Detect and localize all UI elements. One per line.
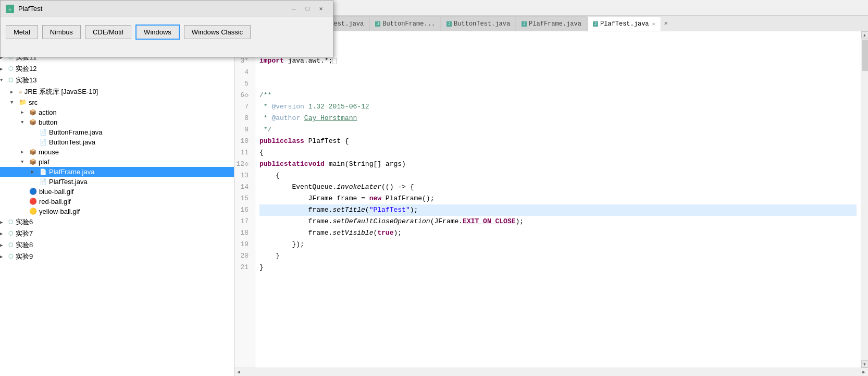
tree-item-exp6[interactable]: ▶ ⬡ 实验6 xyxy=(0,216,234,228)
line-num-11: 11 xyxy=(234,147,252,159)
tab-file-icon: J xyxy=(593,21,598,27)
tree-arrow-exp8[interactable]: ▶ xyxy=(0,242,8,248)
tree-item-red-ball[interactable]: 🔴 red-ball.gif xyxy=(0,197,234,207)
tab-label: ButtonFrame... xyxy=(382,20,435,28)
line-num-10: 10 xyxy=(234,136,252,147)
tab-file-icon: J xyxy=(375,21,380,27)
tree-arrow-exp12[interactable]: ▶ xyxy=(0,66,8,72)
line-num-13: 13 xyxy=(234,170,252,181)
tree-label-PlafFrame: PlafFrame.java xyxy=(49,168,94,176)
plaf-laf-btn-windows[interactable]: Windows xyxy=(135,25,180,40)
tree-arrow-action[interactable]: ▶ xyxy=(21,110,29,115)
tree-icon-mouse: 📦 xyxy=(29,149,36,156)
code-line-1: package plaf; xyxy=(259,32,857,44)
tree-arrow-plaf[interactable]: ▼ xyxy=(21,160,29,165)
tree-arrow-jre[interactable]: ▶ xyxy=(10,89,19,95)
tree-label-exp9: 实验9 xyxy=(16,252,33,261)
editor-tab-4[interactable]: J PlafFrame.java xyxy=(516,16,587,31)
h-scrollbar[interactable] xyxy=(243,368,860,377)
plaf-laf-btn-metal[interactable]: Metal xyxy=(6,25,38,39)
code-editor: 123*456◇789101112◇131415161718192021 pac… xyxy=(234,31,868,368)
code-line-4 xyxy=(259,67,857,78)
tree-item-src[interactable]: ▼ 📁 src xyxy=(0,98,234,107)
tree-label-yellow-ball: yellow-ball.gif xyxy=(39,208,80,215)
tree-item-jre[interactable]: ▶ ☕ JRE 系统库 [JavaSE-10] xyxy=(0,86,234,98)
tree-item-ButtonFrame[interactable]: 📄 ButtonFrame.java xyxy=(0,127,234,137)
tree-item-mouse[interactable]: ▶ 📦 mouse xyxy=(0,147,234,157)
tree-item-ButtonTest[interactable]: 📄 ButtonTest.java xyxy=(0,137,234,147)
tab-label: ButtonTest.java xyxy=(454,20,510,28)
code-content[interactable]: package plaf; import java.awt.*; /** * @… xyxy=(255,31,861,368)
tree-icon-exp9: ⬡ xyxy=(8,253,14,260)
code-line-11: { xyxy=(259,147,857,159)
tree-arrow-exp6[interactable]: ▶ xyxy=(0,220,8,225)
scrollbar-up-arrow[interactable]: ▲ xyxy=(861,31,869,39)
line-num-9: 9 xyxy=(234,124,252,136)
code-line-18: frame.setVisible(true); xyxy=(259,227,857,239)
plaf-laf-btn-windows classic[interactable]: Windows Classic xyxy=(184,25,251,39)
tree-label-exp13: 实验13 xyxy=(16,76,36,85)
tree-arrow-exp13[interactable]: ▼ xyxy=(0,78,8,83)
tree-item-exp12[interactable]: ▶ ⬡ 实验12 xyxy=(0,63,234,75)
editor-tab-3[interactable]: J ButtonTest.java xyxy=(441,16,516,31)
tree-arrow-exp7[interactable]: ▶ xyxy=(0,231,8,237)
more-tabs-btn[interactable]: » xyxy=(661,20,671,27)
code-line-5 xyxy=(259,78,857,90)
plaf-close-btn[interactable]: ✕ xyxy=(314,4,328,14)
h-scroll-left[interactable]: ◀ xyxy=(234,368,243,377)
h-scroll-right[interactable]: ▶ xyxy=(860,368,868,377)
tree-arrow-src[interactable]: ▼ xyxy=(10,100,19,105)
editor-tab-5[interactable]: J PlafTest.java ✕ xyxy=(587,17,661,31)
code-line-19: }); xyxy=(259,239,857,250)
tree-item-exp9[interactable]: ▶ ⬡ 实验9 xyxy=(0,251,234,262)
line-num-17: 17 xyxy=(234,216,252,227)
tree-item-PlafFrame[interactable]: ▶ 📄 PlafFrame.java xyxy=(0,167,234,177)
tree-item-plaf[interactable]: ▼ 📦 plaf xyxy=(0,157,234,167)
tree-item-yellow-ball[interactable]: 🟡 yellow-ball.gif xyxy=(0,207,234,216)
tree-icon-red-ball: 🔴 xyxy=(29,198,37,205)
tree-label-exp6: 实验6 xyxy=(16,217,33,227)
editor-tab-2[interactable]: J ButtonFrame... xyxy=(369,16,441,31)
code-line-12: public static void main(String[] args) xyxy=(259,159,857,170)
tree-arrow-exp9[interactable]: ▶ xyxy=(0,254,8,260)
tree-icon-exp13: ⬡ xyxy=(8,77,14,84)
code-line-2 xyxy=(259,44,857,55)
tree-icon-PlafTest: 📄 xyxy=(40,178,47,186)
plaf-laf-btn-nimbus[interactable]: Nimbus xyxy=(42,25,81,39)
tab-close-btn[interactable]: ✕ xyxy=(652,21,655,27)
tree-label-ButtonFrame: ButtonFrame.java xyxy=(49,128,103,136)
tab-file-icon: J xyxy=(522,21,527,27)
tree-item-exp7[interactable]: ▶ ⬡ 实验7 xyxy=(0,228,234,239)
tree-icon-ButtonTest: 📄 xyxy=(40,139,47,146)
tree-label-exp7: 实验7 xyxy=(16,229,33,238)
tree-item-exp13[interactable]: ▼ ⬡ 实验13 xyxy=(0,75,234,86)
tab-file-icon: J xyxy=(447,21,452,27)
plaf-minimize-btn[interactable]: — xyxy=(287,4,301,14)
tree-label-exp12: 实验12 xyxy=(16,64,36,74)
tree-item-blue-ball[interactable]: 🔵 blue-ball.gif xyxy=(0,187,234,197)
tree-label-jre: JRE 系统库 [JavaSE-10] xyxy=(24,87,98,96)
tree-item-button[interactable]: ▼ 📦 button xyxy=(0,117,234,127)
plaf-laf-btn-cde-motif[interactable]: CDE/Motif xyxy=(85,25,131,39)
code-line-3: import java.awt.*; xyxy=(259,55,857,67)
tab-label: PlafFrame.java xyxy=(529,20,581,28)
scrollbar-down-arrow[interactable]: ▼ xyxy=(861,360,869,368)
right-panel: J Manager.java J ImageTest.java J Button… xyxy=(234,16,868,376)
tree-arrow-mouse[interactable]: ▶ xyxy=(21,149,29,155)
tree-item-exp8[interactable]: ▶ ⬡ 实验8 xyxy=(0,239,234,251)
code-line-20: } xyxy=(259,250,857,262)
tree-icon-button: 📦 xyxy=(29,119,36,126)
plaf-maximize-btn[interactable]: □ xyxy=(301,4,314,14)
plaf-window-title: PlafTest xyxy=(18,5,287,13)
tree-label-button: button xyxy=(39,118,57,126)
plaf-window: ☕ PlafTest — □ ✕ MetalNimbusCDE/MotifWin… xyxy=(0,0,333,57)
scrollbar-thumb[interactable] xyxy=(862,40,868,71)
tree-arrow-button[interactable]: ▼ xyxy=(21,120,29,125)
tree-arrow-PlafFrame[interactable]: ▶ xyxy=(31,169,40,175)
right-scrollbar[interactable]: ▲ ▼ xyxy=(861,31,868,368)
tree-item-PlafTest[interactable]: 📄 PlafTest.java xyxy=(0,177,234,187)
tree-item-action[interactable]: ▶ 📦 action xyxy=(0,107,234,117)
tree-container[interactable]: ▶ ⬡ 5tg ▶ ⬡ 实验10 ▶ ⬡ 实验11 ▶ ⬡ 实验12 ▼ ⬡ 实… xyxy=(0,30,234,376)
plaf-window-icon: ☕ xyxy=(6,5,14,13)
tree-icon-action: 📦 xyxy=(29,109,36,116)
